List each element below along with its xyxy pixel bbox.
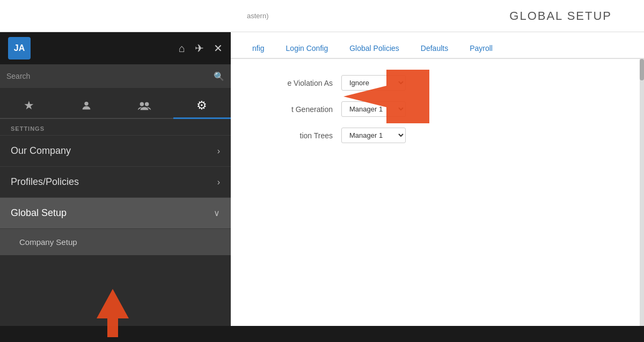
avatar[interactable]: JA bbox=[8, 37, 31, 60]
tab-defaults[interactable]: Defaults bbox=[410, 39, 459, 58]
sidebar: JA ⌂ ✈ ✕ 🔍 ★ ⚙ SETTINGS Ou bbox=[0, 32, 231, 326]
content-area: nfig Login Config Global Policies Defaul… bbox=[231, 32, 644, 326]
sidebar-item-profiles-policies[interactable]: Profiles/Policies › bbox=[0, 166, 231, 197]
sidebar-item-global-setup-label: Global Setup bbox=[11, 207, 67, 219]
sidebar-submenu-company-setup[interactable]: Company Setup bbox=[0, 228, 231, 255]
search-icon: 🔍 bbox=[214, 71, 224, 81]
sidebar-header: JA ⌂ ✈ ✕ bbox=[0, 32, 231, 64]
main-layout: JA ⌂ ✈ ✕ 🔍 ★ ⚙ SETTINGS Ou bbox=[0, 32, 644, 326]
chevron-down-icon-global-setup: ∨ bbox=[214, 208, 220, 218]
form-select-generation[interactable]: Manager 1 Manager 2 Manager 3 bbox=[341, 101, 406, 117]
form-label-trees: tion Trees bbox=[247, 131, 333, 140]
timezone-text: astern) bbox=[247, 12, 268, 20]
form-row-generation: t Generation Manager 1 Manager 2 Manager… bbox=[247, 101, 628, 117]
sidebar-item-our-company[interactable]: Our Company › bbox=[0, 135, 231, 166]
sidebar-item-global-setup[interactable]: Global Setup ∨ bbox=[0, 197, 231, 228]
tab-global-policies[interactable]: Global Policies bbox=[339, 39, 410, 58]
sidebar-item-profiles-policies-label: Profiles/Policies bbox=[11, 176, 79, 188]
search-input[interactable] bbox=[6, 72, 209, 80]
tab-payroll[interactable]: Payroll bbox=[459, 39, 503, 58]
form-label-generation: t Generation bbox=[247, 105, 333, 114]
close-button[interactable]: ✕ bbox=[214, 42, 223, 55]
top-bar: astern) GLOBAL SETUP bbox=[0, 0, 644, 32]
svg-point-0 bbox=[85, 102, 89, 106]
form-select-trees[interactable]: Manager 1 Manager 2 Manager 3 bbox=[341, 128, 406, 143]
sidebar-header-icons: ⌂ ✈ ✕ bbox=[179, 42, 223, 55]
form-row-trees: tion Trees Manager 1 Manager 2 Manager 3 bbox=[247, 128, 628, 143]
sidebar-submenu-company-setup-label: Company Setup bbox=[19, 237, 77, 247]
chevron-right-icon-our-company: › bbox=[217, 146, 220, 156]
scroll-thumb bbox=[640, 59, 644, 80]
svg-point-1 bbox=[140, 102, 143, 106]
nav-tab-group[interactable] bbox=[115, 93, 173, 118]
chevron-right-icon-profiles: › bbox=[217, 177, 220, 187]
content-tabs: nfig Login Config Global Policies Defaul… bbox=[231, 32, 644, 59]
form-label-violation: e Violation As bbox=[247, 79, 333, 87]
tab-login-config[interactable]: Login Config bbox=[275, 39, 339, 58]
bottom-bar bbox=[0, 326, 644, 342]
settings-section-label: SETTINGS bbox=[0, 119, 231, 135]
sidebar-nav-tabs: ★ ⚙ bbox=[0, 88, 231, 119]
sidebar-item-our-company-label: Our Company bbox=[11, 145, 71, 157]
nav-tab-person[interactable] bbox=[58, 93, 116, 118]
form-select-violation[interactable]: Ignore Warning Error bbox=[341, 75, 406, 91]
sidebar-search: 🔍 bbox=[0, 64, 231, 88]
svg-point-2 bbox=[145, 102, 149, 106]
tab-nfig[interactable]: nfig bbox=[241, 39, 275, 58]
nav-tab-settings[interactable]: ⚙ bbox=[173, 93, 231, 118]
form-row-violation: e Violation As Ignore Warning Error bbox=[247, 75, 628, 91]
page-title: GLOBAL SETUP bbox=[509, 9, 612, 23]
home-button[interactable]: ⌂ bbox=[179, 42, 185, 55]
scrollbar[interactable] bbox=[640, 59, 644, 326]
content-body: e Violation As Ignore Warning Error t Ge… bbox=[231, 59, 644, 326]
pin-button[interactable]: ✈ bbox=[195, 42, 204, 55]
nav-tab-favorites[interactable]: ★ bbox=[0, 93, 58, 118]
